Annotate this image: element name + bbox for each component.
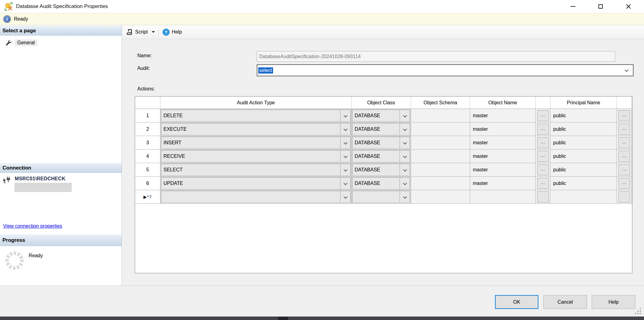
chevron-down-icon[interactable] xyxy=(400,150,410,162)
object-name-browse-cell: ... xyxy=(536,163,550,177)
combo-value xyxy=(161,191,340,202)
audit-action-type-combo[interactable]: EXECUTE xyxy=(160,122,352,136)
principal-name-cell[interactable]: public xyxy=(550,122,617,136)
principal-name-browse-button[interactable]: ... xyxy=(618,124,630,135)
principal-name-cell[interactable]: public xyxy=(550,109,617,122)
object-class-combo[interactable]: DATABASE xyxy=(352,122,411,136)
chevron-down-icon[interactable] xyxy=(340,110,350,121)
row-number-cell[interactable]: 3 xyxy=(135,136,160,150)
object-name-browse-button[interactable]: ... xyxy=(537,151,549,162)
row-number-cell[interactable]: 2 xyxy=(135,122,160,136)
column-header xyxy=(536,97,550,109)
object-name-browse-button[interactable]: ... xyxy=(537,137,549,148)
row-number-cell[interactable]: 4 xyxy=(135,150,160,163)
principal-name-browse-button[interactable]: ... xyxy=(618,137,630,148)
cancel-button[interactable]: Cancel xyxy=(543,295,587,309)
progress-status: Ready xyxy=(29,253,43,258)
audit-label: Audit: xyxy=(137,66,150,71)
audit-action-type-combo[interactable]: SELECT xyxy=(160,163,352,177)
object-class-combo[interactable]: DATABASE xyxy=(352,150,411,163)
row-number-cell[interactable]: 1 xyxy=(135,109,160,122)
new-row-marker-icon: ▶*7 xyxy=(143,194,152,199)
object-name-browse-button[interactable]: ... xyxy=(537,124,549,135)
principal-name-browse-button[interactable]: ... xyxy=(618,164,630,175)
principal-name-browse-button[interactable]: ... xyxy=(618,110,630,121)
principal-name-browse-button[interactable] xyxy=(618,191,630,202)
actions-label: Actions: xyxy=(137,86,155,92)
close-button[interactable] xyxy=(619,0,637,13)
object-name-browse-button[interactable] xyxy=(537,191,549,202)
object-class-combo[interactable]: DATABASE xyxy=(352,136,411,150)
chevron-down-icon[interactable] xyxy=(340,150,350,162)
sidebar-item-general[interactable]: General xyxy=(5,39,37,46)
principal-name-cell[interactable]: public xyxy=(550,150,617,163)
row-number-cell[interactable]: 6 xyxy=(135,177,160,190)
help-button[interactable]: Help xyxy=(592,295,635,309)
column-header: Object Class xyxy=(352,97,411,109)
chevron-down-icon[interactable] xyxy=(400,123,410,135)
audit-action-type-combo[interactable]: UPDATE xyxy=(160,177,352,190)
object-schema-cell[interactable] xyxy=(411,177,470,190)
chevron-down-icon[interactable] xyxy=(340,164,350,175)
principal-name-browse-button[interactable]: ... xyxy=(618,151,630,162)
maximize-icon xyxy=(598,4,603,9)
audit-action-type-combo[interactable] xyxy=(160,190,352,204)
object-name-cell[interactable]: master xyxy=(470,163,536,177)
object-class-combo[interactable] xyxy=(352,190,411,204)
principal-name-browse-button[interactable]: ... xyxy=(618,178,630,189)
ok-button[interactable]: OK xyxy=(495,295,538,309)
object-name-cell[interactable]: master xyxy=(470,150,536,163)
object-name-browse-button[interactable]: ... xyxy=(537,164,549,175)
object-name-cell[interactable]: master xyxy=(470,177,536,190)
combo-value: RECEIVE xyxy=(161,150,340,162)
minimize-button[interactable] xyxy=(564,0,582,13)
resize-grip[interactable] xyxy=(635,308,641,314)
object-name-browse-button[interactable]: ... xyxy=(537,110,549,121)
chevron-down-icon[interactable] xyxy=(340,191,350,202)
principal-name-cell[interactable]: public xyxy=(550,136,617,150)
audit-combobox[interactable]: select xyxy=(257,64,634,76)
chevron-down-icon[interactable] xyxy=(400,164,410,175)
maximize-button[interactable] xyxy=(592,0,610,13)
chevron-down-icon[interactable] xyxy=(340,178,350,189)
row-number-cell[interactable]: 5 xyxy=(135,163,160,177)
object-name-browse-cell: ... xyxy=(536,122,550,136)
select-a-page-header: Select a page xyxy=(0,26,122,36)
audit-action-type-combo[interactable]: RECEIVE xyxy=(160,150,352,163)
chevron-down-icon[interactable] xyxy=(400,137,410,148)
chevron-down-icon[interactable] xyxy=(625,68,629,72)
script-dropdown-icon[interactable] xyxy=(152,31,155,33)
principal-name-browse-cell: ... xyxy=(617,150,632,163)
help-button-label: Help xyxy=(172,29,182,35)
object-class-combo[interactable]: DATABASE xyxy=(352,177,411,190)
chevron-down-icon[interactable] xyxy=(400,191,410,202)
object-class-combo[interactable]: DATABASE xyxy=(352,109,411,122)
help-toolbar-button[interactable]: ? Help xyxy=(163,29,182,36)
chevron-down-icon[interactable] xyxy=(400,178,410,189)
object-schema-cell[interactable] xyxy=(411,190,470,204)
view-connection-properties-link[interactable]: View connection properties xyxy=(3,223,62,229)
object-name-cell[interactable]: master xyxy=(470,122,536,136)
principal-name-cell[interactable] xyxy=(550,190,617,204)
column-header: Object Schema xyxy=(411,97,470,109)
chevron-down-icon[interactable] xyxy=(400,110,410,121)
row-number-cell[interactable]: ▶*7 xyxy=(135,190,160,204)
object-name-cell[interactable]: master xyxy=(470,109,536,122)
object-schema-cell[interactable] xyxy=(411,122,470,136)
object-class-combo[interactable]: DATABASE xyxy=(352,163,411,177)
object-schema-cell[interactable] xyxy=(411,136,470,150)
chevron-down-icon[interactable] xyxy=(340,137,350,148)
audit-action-type-combo[interactable]: DELETE xyxy=(160,109,352,122)
chevron-down-icon[interactable] xyxy=(340,123,350,135)
principal-name-cell[interactable]: public xyxy=(550,177,617,190)
object-schema-cell[interactable] xyxy=(411,150,470,163)
audit-action-type-combo[interactable]: INSERT xyxy=(160,136,352,150)
object-schema-cell[interactable] xyxy=(411,163,470,177)
principal-name-cell[interactable]: public xyxy=(550,163,617,177)
combo-value xyxy=(352,191,400,202)
object-name-cell[interactable] xyxy=(470,190,536,204)
object-schema-cell[interactable] xyxy=(411,109,470,122)
object-name-cell[interactable]: master xyxy=(470,136,536,150)
script-button[interactable]: Script xyxy=(126,28,155,36)
object-name-browse-button[interactable]: ... xyxy=(537,178,549,189)
